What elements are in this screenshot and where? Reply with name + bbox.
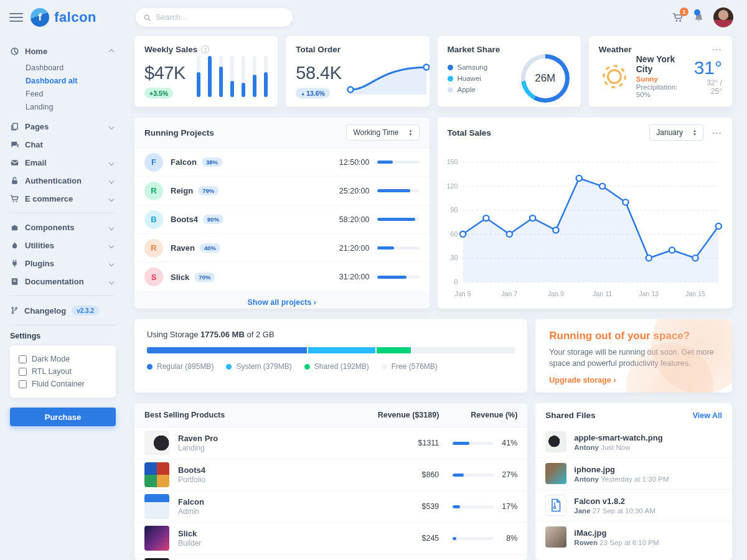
project-row[interactable]: F Falcon 38% 12:50:00 (134, 148, 430, 177)
sidebar-item-label: Utilities (25, 241, 54, 250)
sidebar-item-feed[interactable]: Feed (26, 88, 116, 101)
project-name: Raven (171, 243, 195, 253)
user-avatar[interactable] (713, 7, 733, 27)
project-row[interactable]: B Boots4 90% 58:20:00 (134, 205, 430, 234)
total-sales-menu-icon[interactable]: ··· (712, 128, 722, 138)
working-time-select[interactable]: Working Time (346, 124, 419, 141)
total-order-badge: 13.6% (296, 88, 330, 98)
home-submenu: Dashboard Dashboard alt Feed Landing (26, 62, 116, 114)
weekly-bar (242, 56, 245, 97)
upgrade-storage-link[interactable]: Upgrade storage › (549, 376, 616, 385)
project-badge: 70% (194, 273, 215, 282)
help-icon[interactable] (201, 45, 209, 54)
total-order-value: 58.4K (296, 63, 341, 83)
revenue-column-header: Revenue ($3189) (345, 411, 439, 419)
sidebar-item-chat[interactable]: Chat (10, 136, 116, 154)
sidebar-item-dashboard[interactable]: Dashboard (26, 62, 116, 75)
notifications-button[interactable] (693, 12, 705, 24)
weekly-bar (253, 56, 256, 97)
chevron-down-icon (109, 196, 114, 201)
dark-mode-checkbox[interactable] (19, 355, 27, 363)
sidebar-item-home[interactable]: Home (10, 42, 116, 60)
product-row[interactable]: FalconAdmin $539 17% (134, 491, 527, 523)
product-row[interactable]: Boots4Portfolio $860 27% (134, 459, 527, 491)
svg-text:150: 150 (446, 158, 458, 166)
file-row[interactable]: iphone.jpg Antony Yesterday at 1:30 PM (535, 458, 732, 490)
fluid-container-toggle[interactable]: Fluid Container (19, 378, 107, 390)
project-row[interactable]: S Slick 70% 31:20:00 (134, 263, 430, 291)
weekly-bar (197, 56, 200, 97)
project-row[interactable]: R Reign 79% 25:20:00 (134, 177, 430, 205)
hamburger-menu-icon[interactable] (9, 11, 23, 24)
svg-text:Jan 5: Jan 5 (454, 290, 471, 297)
legend-label: Apple (458, 86, 476, 93)
chevron-down-icon (109, 124, 114, 129)
rtl-layout-label: RTL Layout (32, 367, 72, 376)
sidebar-item-components[interactable]: Components (10, 218, 116, 236)
file-thumbnail (545, 526, 566, 548)
view-all-link[interactable]: View All (693, 411, 722, 420)
chevron-down-icon (109, 225, 114, 230)
svg-text:30: 30 (450, 254, 458, 261)
book-icon (10, 277, 19, 286)
product-percent-fill (453, 537, 456, 540)
product-name: Boots4 (178, 465, 205, 475)
product-row[interactable]: Raven ProLanding $1311 41% (134, 427, 527, 459)
storage-legend: Regular (895MB) System (379MB) Shared (1… (147, 362, 515, 371)
sidebar-item-landing[interactable]: Landing (26, 101, 116, 114)
file-row[interactable]: Falcon v1.8.2 Jane 27 Sep at 10:30 AM (535, 490, 732, 521)
sidebar-item-pages[interactable]: Pages (10, 118, 116, 136)
sidebar-item-authentication[interactable]: Authentication (10, 172, 116, 190)
sidebar-item-utilities[interactable]: Utilities (10, 236, 116, 254)
fluid-container-checkbox[interactable] (19, 380, 27, 388)
file-row[interactable]: apple-smart-watch.png Antony Just Now (535, 426, 732, 458)
market-share-legend-dot (448, 65, 453, 70)
sidebar-item-email[interactable]: Email (10, 154, 116, 172)
sidebar-item-label: Chat (25, 140, 43, 149)
purchase-button[interactable]: Purchase (10, 408, 116, 426)
brand-logo[interactable]: f falcon (31, 8, 96, 27)
svg-text:Jan 15: Jan 15 (685, 290, 705, 297)
weather-menu-icon[interactable]: ··· (712, 45, 722, 54)
sidebar-item-changelog[interactable]: Changelog v2.3.2 (10, 301, 116, 320)
weekly-bar (219, 56, 223, 97)
product-row[interactable] (134, 554, 527, 560)
lock-icon (10, 176, 19, 185)
sort-arrows-icon (693, 129, 697, 136)
dark-mode-toggle[interactable]: Dark Mode (19, 353, 107, 365)
product-row[interactable]: SlickBuilder $245 8% (134, 523, 527, 554)
project-progress-fill (377, 189, 411, 192)
storage-title-suffix: of 2 GB (247, 330, 274, 339)
project-time: 21:20:00 (339, 244, 370, 253)
file-name: iMac.jpg (574, 528, 606, 538)
storage-segment (377, 347, 411, 353)
shared-files-card: Shared Files View All apple-smart-watch.… (535, 403, 732, 560)
product-thumbnail (144, 558, 169, 560)
search-box[interactable] (136, 8, 293, 27)
file-thumbnail (545, 463, 566, 484)
sidebar-item-documentation[interactable]: Documentation (10, 273, 116, 291)
sidebar-item-plugins[interactable]: Plugins (10, 254, 116, 273)
search-input[interactable] (156, 13, 285, 22)
sidebar: Home Dashboard Dashboard alt Feed Landin… (0, 35, 125, 560)
project-avatar: R (144, 182, 163, 200)
show-all-projects-link[interactable]: Show all projects › (248, 298, 316, 307)
file-row[interactable]: iMac.jpg Rowen 23 Sep at 6:10 PM (535, 521, 732, 553)
rtl-layout-toggle[interactable]: RTL Layout (19, 365, 107, 378)
product-category: Portfolio (178, 475, 205, 484)
total-order-card: Total Order 58.4K 13.6% (286, 36, 429, 107)
project-avatar: R (144, 239, 163, 258)
best-selling-title: Best Selling Products (144, 411, 225, 419)
file-user: Rowen (574, 539, 598, 546)
sidebar-item-ecommerce[interactable]: E commerce (10, 190, 116, 208)
product-name: Falcon (178, 497, 204, 506)
weekly-bar (208, 56, 212, 97)
sidebar-item-dashboard-alt[interactable]: Dashboard alt (26, 75, 116, 88)
month-select[interactable]: January (649, 124, 703, 141)
rtl-layout-checkbox[interactable] (19, 368, 27, 376)
project-row[interactable]: R Raven 40% 21:20:00 (134, 234, 430, 263)
sidebar-item-label: Home (25, 47, 47, 56)
product-thumbnail (144, 462, 169, 487)
svg-text:Jan 7: Jan 7 (501, 290, 517, 297)
cart-button[interactable]: 1 (672, 11, 684, 24)
